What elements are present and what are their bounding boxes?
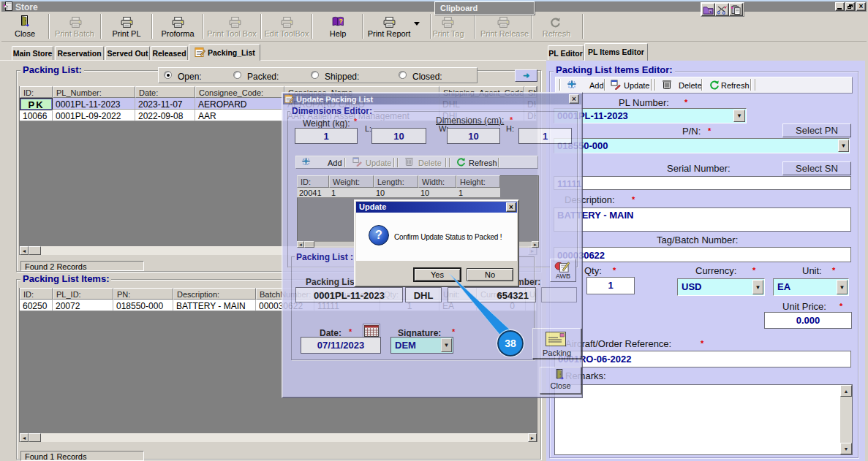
svg-text:38: 38 bbox=[505, 338, 516, 349]
